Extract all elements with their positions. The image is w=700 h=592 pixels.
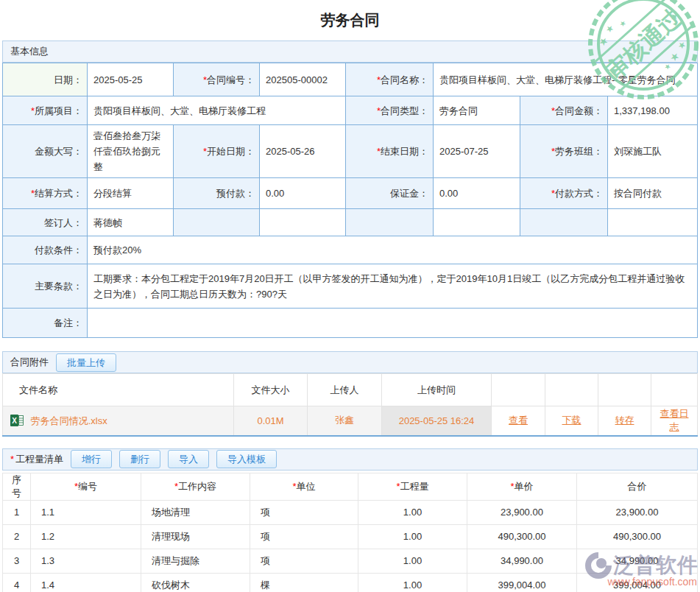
field-date-value: 2025-05-25 [88, 63, 174, 96]
empty-label-cell [174, 209, 260, 236]
boq-unit: 项 [250, 549, 358, 573]
field-contract-type-value: 劳务合同 [434, 96, 520, 125]
attachments-header-row: 文件名称 文件大小 上传人 上传时间 [3, 374, 698, 406]
boq-table: 序号 *编号 *工作内容 *单位 *工程量 *单价 合价 1 1.1 场地清理 … [2, 473, 698, 592]
delete-row-button[interactable]: 删行 [119, 450, 160, 468]
attachments-section-title: 合同附件 [10, 356, 49, 369]
boq-seq: 2 [3, 524, 31, 549]
empty-label-cell [520, 209, 608, 236]
add-row-button[interactable]: 增行 [71, 450, 112, 468]
boq-price: 34,990.00 [467, 549, 577, 573]
view-log-link[interactable]: 查看日志 [660, 408, 689, 432]
svg-text:X: X [12, 417, 17, 425]
field-main-terms-label: 主要条款： [3, 264, 88, 309]
boq-qty: 1.00 [358, 573, 467, 592]
field-deposit-value: 0.00 [434, 178, 520, 209]
field-contract-no-value: 202505-00002 [260, 63, 346, 96]
empty-label-cell [346, 209, 434, 236]
import-template-button[interactable]: 导入模板 [216, 450, 277, 468]
attachment-file-name[interactable]: 劳务合同情况.xlsx [31, 415, 107, 426]
attachments-section-header: 合同附件 批量上传 [2, 351, 698, 373]
boq-content: 场地清理 [141, 500, 250, 524]
field-main-terms-value: 工期要求：本分包工程定于2019年7月20日开工（以甲方签发的开工通知为准），定… [88, 264, 698, 309]
boq-seq: 4 [3, 573, 31, 592]
import-button[interactable]: 导入 [168, 450, 209, 468]
col-file-name: 文件名称 [3, 374, 234, 406]
attachment-uploader: 张鑫 [308, 406, 382, 436]
field-end-date-label: *结束日期： [346, 125, 434, 178]
col-file-size: 文件大小 [234, 374, 308, 406]
col-upload-time: 上传时间 [382, 374, 492, 406]
boq-code: 1.1 [31, 500, 141, 524]
boq-content: 砍伐树木 [141, 573, 250, 592]
page-title: 劳务合同 [0, 0, 700, 40]
col-uploader: 上传人 [308, 374, 382, 406]
col-action [598, 374, 651, 406]
col-code: *编号 [31, 473, 141, 500]
boq-total: 23,900.00 [577, 500, 698, 524]
boq-row: 3 1.3 清理与掘除 项 1.00 34,990.00 34,990.00 [3, 549, 698, 573]
attachment-row: X 劳务合同情况.xlsx 0.01M 张鑫 2025-05-25 16:24 … [3, 406, 698, 436]
batch-upload-button[interactable]: 批量上传 [56, 353, 116, 372]
empty-value-cell [260, 209, 346, 236]
field-labor-team-value: 刘琛施工队 [608, 125, 698, 178]
col-work-content: *工作内容 [141, 473, 250, 500]
empty-value-cell [434, 209, 520, 236]
field-amount-cn-value: 壹佰叁拾叁万柒仟壹佰玖拾捌元整 [88, 125, 174, 178]
col-total-price: 合价 [577, 473, 698, 500]
field-pay-type-value: 按合同付款 [608, 178, 698, 209]
col-seq: 序号 [3, 473, 31, 500]
field-amount-value: 1,337,198.00 [608, 96, 698, 125]
excel-file-icon: X [10, 414, 24, 427]
attachment-file-cell: X 劳务合同情况.xlsx [3, 406, 234, 436]
basic-info-section-title: 基本信息 [10, 45, 49, 58]
boq-section-header: * 工程量清单 增行 删行 导入 导入模板 [2, 448, 698, 471]
boq-section-title: 工程量清单 [15, 453, 63, 466]
field-labor-team-label: *劳务班组： [520, 125, 608, 178]
boq-qty: 1.00 [358, 500, 467, 524]
attachment-upload-time: 2025-05-25 16:24 [382, 406, 492, 436]
boq-content: 清理现场 [141, 524, 250, 549]
col-unit: *单位 [250, 473, 358, 500]
col-unit-price: *单价 [467, 473, 577, 500]
boq-total: 34,990.00 [577, 549, 698, 573]
field-signer-label: 签订人： [3, 209, 88, 236]
field-amount-cn-label: 金额大写： [3, 125, 88, 178]
boq-qty: 1.00 [358, 524, 467, 549]
boq-qty: 1.00 [358, 549, 467, 573]
field-prepay-value: 0.00 [260, 178, 346, 209]
col-action [545, 374, 598, 406]
field-project-value: 贵阳项目样板间、大堂、电梯厅装修工程 [88, 96, 346, 125]
view-link[interactable]: 查看 [509, 415, 528, 426]
boq-seq: 1 [3, 500, 31, 524]
boq-unit: 项 [250, 524, 358, 549]
field-settlement-label: *结算方式： [3, 178, 88, 209]
field-deposit-label: 保证金： [346, 178, 434, 209]
field-remark-label: 备注： [3, 309, 88, 338]
boq-unit: 项 [250, 500, 358, 524]
boq-row: 4 1.4 砍伐树木 棵 1.00 399,004.00 399,004.00 [3, 573, 698, 592]
download-link[interactable]: 下载 [562, 415, 581, 426]
field-contract-type-label: *合同类型： [346, 96, 434, 125]
col-action [651, 374, 698, 406]
field-amount-label: *合同金额： [520, 96, 608, 125]
field-pay-condition-label: 付款条件： [3, 236, 88, 264]
empty-value-cell [608, 209, 698, 236]
field-settlement-value: 分段结算 [88, 178, 174, 209]
field-start-date-value: 2025-05-26 [260, 125, 346, 178]
boq-total: 399,004.00 [577, 573, 698, 592]
field-pay-type-label: *付款方式： [520, 178, 608, 209]
field-signer-value: 蒋德帧 [88, 209, 174, 236]
col-action [492, 374, 545, 406]
boq-unit: 棵 [250, 573, 358, 592]
boq-row: 2 1.2 清理现场 项 1.00 490,300.00 490,300.00 [3, 524, 698, 549]
field-contract-name-label: *合同名称： [346, 63, 434, 96]
field-date-label: 日期： [3, 63, 88, 96]
boq-header-row: 序号 *编号 *工作内容 *单位 *工程量 *单价 合价 [3, 473, 698, 500]
attachments-table: 文件名称 文件大小 上传人 上传时间 X 劳务合同情况.xlsx [2, 373, 698, 437]
transfer-link[interactable]: 转存 [615, 415, 634, 426]
boq-code: 1.3 [31, 549, 141, 573]
boq-content: 清理与掘除 [141, 549, 250, 573]
field-pay-condition-value: 预付款20% [88, 236, 698, 264]
field-prepay-label: 预付款： [174, 178, 260, 209]
